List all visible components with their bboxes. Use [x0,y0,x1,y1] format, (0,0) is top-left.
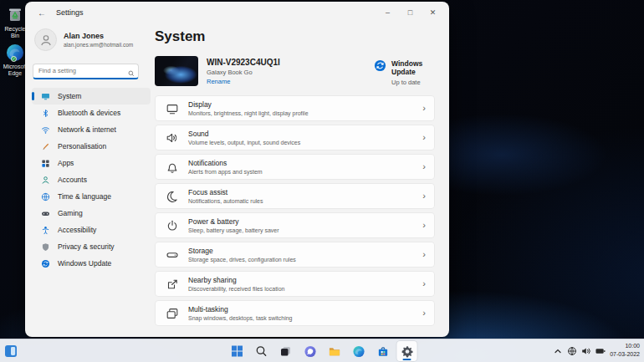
chat-button[interactable] [300,341,320,361]
settings-row-sound[interactable]: Sound Volume levels, output, input, soun… [155,125,435,150]
windows-update-status[interactable]: Windows Update Up to date [374,59,435,86]
chevron-right-icon: › [422,279,426,288]
multitask-icon [166,307,179,320]
sidebar-item-time-language[interactable]: Time & language [32,188,151,205]
sidebar-item-label: Apps [58,159,74,167]
taskbar-clock[interactable]: 10:00 07-03-2022 [610,342,640,359]
sidebar-nav: System Bluetooth & devices Network & int… [32,88,151,272]
volume-icon[interactable] [581,346,591,356]
settings-row-multi-tasking[interactable]: Multi-tasking Snap windows, desktops, ta… [155,300,435,326]
sidebar-item-privacy-security[interactable]: Privacy & security [32,238,151,255]
sync-check-badge: ✓ [11,56,17,62]
sidebar-item-system[interactable]: System [32,88,151,105]
sidebar-item-bluetooth-devices[interactable]: Bluetooth & devices [32,105,151,121]
sidebar-item-gaming[interactable]: Gaming [32,205,151,222]
settings-row-display[interactable]: Display Monitors, brightness, night ligh… [155,95,435,121]
edge-icon: ✓ [6,43,24,63]
settings-row-power-battery[interactable]: Power & battery Sleep, battery usage, ba… [155,212,435,238]
globe-clock-icon [41,192,50,201]
sidebar-item-label: Privacy & security [58,242,115,251]
sidebar-item-personalisation[interactable]: Personalisation [32,138,151,155]
sidebar-item-label: Accounts [58,176,87,184]
network-icon[interactable] [567,346,577,356]
search-icon [128,65,135,80]
sidebar-item-accessibility[interactable]: Accessibility [32,222,151,238]
sidebar-item-windows-update[interactable]: Windows Update [32,255,151,272]
profile-block[interactable]: Alan Jones alan.jones.wm@hotmail.com [32,28,159,51]
battery-icon[interactable] [595,346,606,356]
settings-row-nearby-sharing[interactable]: Nearby sharing Discoverability, received… [155,271,435,297]
minimize-button[interactable]: – [376,2,399,23]
gamepad-icon [41,209,50,218]
row-title: Focus assist [188,188,263,196]
widgets-button[interactable] [4,344,18,358]
sidebar: Alan Jones alan.jones.wm@hotmail.com Sys… [32,23,159,337]
drive-icon [166,248,179,262]
profile-name: Alan Jones [64,32,133,40]
device-model: Galaxy Book Go [207,69,280,76]
bell-icon [166,161,179,174]
settings-row-storage[interactable]: Storage Storage space, drives, configura… [155,242,435,268]
close-button[interactable]: ✕ [422,2,444,23]
start-button[interactable] [227,341,248,361]
chevron-up-icon[interactable] [553,346,563,356]
chevron-right-icon: › [422,250,426,259]
bluetooth-icon [41,109,50,118]
chevron-right-icon: › [422,308,426,318]
gear-icon [401,345,413,358]
row-subtitle: Alerts from apps and system [188,169,263,175]
sidebar-item-label: Gaming [58,209,83,217]
update-icon [41,259,50,268]
row-title: Sound [188,130,300,138]
wifi-icon [41,125,50,135]
sidebar-item-network-internet[interactable]: Network & internet [32,121,151,138]
settings-button[interactable] [397,341,417,361]
page-title: System [155,28,435,45]
settings-row-focus-assist[interactable]: Focus assist Notifications, automatic ru… [155,183,435,209]
edge-icon [352,345,365,358]
row-subtitle: Snap windows, desktops, task switching [188,315,293,321]
sync-icon [374,59,386,86]
store-button[interactable] [373,341,393,361]
window-title: Settings [56,8,84,17]
search-button[interactable] [252,341,272,361]
sidebar-item-accounts[interactable]: Accounts [32,171,151,188]
sidebar-item-apps[interactable]: Apps [32,155,151,171]
settings-row-notifications[interactable]: Notifications Alerts from apps and syste… [155,154,435,180]
shield-icon [41,242,50,252]
device-card: WIN-V2923C4UQ1I Galaxy Book Go Rename Wi… [155,55,435,87]
clock-time: 10:00 [610,342,640,350]
chevron-right-icon: › [422,221,426,230]
store-icon [376,345,389,358]
chevron-right-icon: › [422,104,426,113]
sidebar-item-label: Time & language [58,192,111,201]
maximize-button[interactable]: □ [399,2,422,23]
monitor-icon [41,92,50,101]
sidebar-item-label: Network & internet [58,125,116,134]
file-explorer-button[interactable] [325,341,345,361]
main-content: System WIN-V2923C4UQ1I Galaxy Book Go Re… [155,23,435,337]
chat-icon [304,345,316,358]
chevron-right-icon: › [422,191,426,201]
search-icon [256,345,268,357]
rename-link[interactable]: Rename [207,78,280,85]
share-icon [166,278,179,291]
widgets-icon [4,344,18,358]
person-icon [41,176,50,185]
task-view-button[interactable] [276,341,296,361]
row-title: Notifications [188,159,263,167]
folder-icon [328,345,340,358]
update-status: Up to date [391,79,435,86]
avatar [34,28,57,51]
apps-grid-icon [41,159,50,168]
person-icon [39,33,53,47]
brush-icon [41,142,50,151]
row-subtitle: Discoverability, received files location [188,286,284,292]
update-title: Windows Update [391,59,435,76]
taskbar: 10:00 07-03-2022 [0,339,644,362]
back-button[interactable]: ← [34,5,49,20]
row-subtitle: Notifications, automatic rules [188,198,263,204]
search-input[interactable] [33,64,139,79]
row-subtitle: Storage space, drives, configuration rul… [188,257,296,263]
edge-button[interactable] [349,341,369,361]
